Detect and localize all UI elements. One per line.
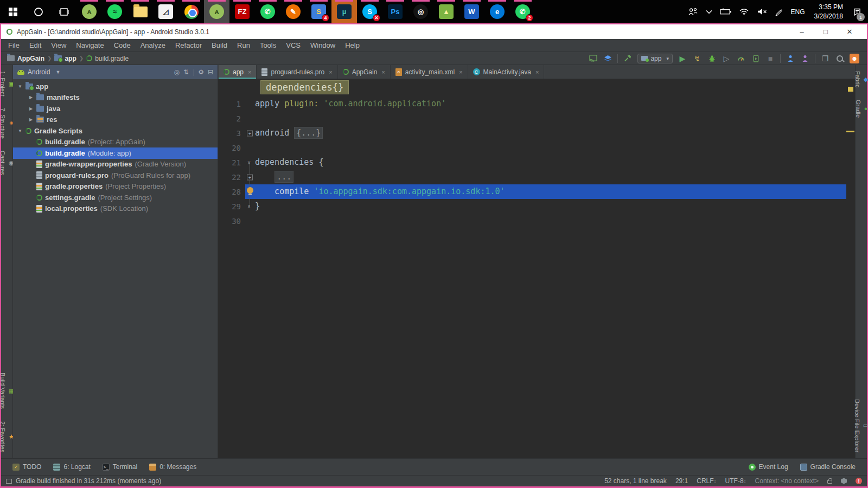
menu-build[interactable]: Build <box>207 41 232 49</box>
menu-vcs[interactable]: VCS <box>281 41 305 49</box>
tree-row-manifests[interactable]: ▶manifests <box>13 92 218 104</box>
maximize-button[interactable]: □ <box>814 24 838 39</box>
tab-appgain[interactable]: AppGain× <box>338 65 391 79</box>
filezilla-icon[interactable]: FZ <box>229 0 255 23</box>
run-configuration-select[interactable]: app▾ <box>637 54 673 63</box>
project-view-selector[interactable]: Android <box>28 68 50 76</box>
tab-close-icon[interactable]: × <box>381 69 385 75</box>
tool-window-button-6-logcat[interactable]: 6: Logcat <box>47 463 96 471</box>
chevron-expanded-icon[interactable]: ▼ <box>17 84 23 89</box>
code-line-28[interactable]: 28 compile 'io.appgain.sdk:com.appgain.i… <box>218 184 846 199</box>
run-coverage-icon[interactable]: ▷ <box>722 54 731 63</box>
minimize-button[interactable]: – <box>790 24 814 39</box>
chevron-collapsed-icon[interactable]: ▶ <box>28 117 34 122</box>
tab-proguard-rules-pro[interactable]: proguard-rules.pro× <box>257 65 337 79</box>
whatsapp-badge-icon[interactable]: ✆2 <box>510 0 535 23</box>
editor-body[interactable]: dependencies{} 1apply plugin: 'com.andro… <box>218 79 855 458</box>
tool-stripe-1-project[interactable]: ▣1: Project <box>0 71 14 96</box>
debug-button-icon[interactable] <box>707 54 717 63</box>
menu-tools[interactable]: Tools <box>255 41 281 49</box>
error-indicator-icon[interactable]: ! <box>856 478 862 484</box>
menu-window[interactable]: Window <box>305 41 340 49</box>
tool-window-button-0-messages[interactable]: 0: Messages <box>143 463 202 471</box>
chrome-icon[interactable] <box>178 0 204 23</box>
warning-stripe-mark[interactable] <box>848 87 853 92</box>
fold-end-icon[interactable]: ∧ <box>247 204 251 209</box>
recorder-app-icon[interactable]: ◎ <box>408 0 433 23</box>
code-line-30[interactable]: 30 <box>218 214 846 228</box>
breadcrumb-app[interactable]: app <box>53 55 78 62</box>
warning-stripe-mark[interactable] <box>846 131 854 132</box>
tree-row-proguard-rules-pro[interactable]: proguard-rules.pro(ProGuard Rules for ap… <box>13 170 218 181</box>
context-widget[interactable]: Context: <no context> <box>755 477 819 485</box>
tool-window-button-todo[interactable]: ✓TODO <box>7 463 47 471</box>
tool-stripe-build-variants[interactable]: ▦Build Variants <box>0 373 14 409</box>
menu-navigate[interactable]: Navigate <box>71 41 108 49</box>
action-center-icon[interactable]: 1 <box>848 0 868 23</box>
tool-window-button-event-log[interactable]: Event Log <box>743 463 794 471</box>
chevron-collapsed-icon[interactable]: ▶ <box>28 95 34 100</box>
android-studio-icon[interactable]: ᴀ <box>76 0 102 23</box>
photoshop-icon[interactable]: Ps <box>382 0 408 23</box>
menu-edit[interactable]: Edit <box>24 41 46 49</box>
stop-button[interactable]: ■ <box>765 54 775 63</box>
line-ending-selector[interactable]: CRLF↕ <box>697 477 716 485</box>
menu-help[interactable]: Help <box>340 41 365 49</box>
mail-app-badge-icon[interactable]: S4 <box>306 0 331 23</box>
file-explorer-icon[interactable] <box>127 0 153 23</box>
tree-row-settings-gradle[interactable]: settings.gradle(Project Settings) <box>13 192 218 203</box>
intention-bulb-icon[interactable] <box>247 187 253 194</box>
menu-file[interactable]: File <box>3 41 24 49</box>
word-icon[interactable]: W <box>459 0 484 23</box>
utorrent-flashing-icon[interactable]: µ <box>331 0 357 23</box>
tab-close-icon[interactable]: × <box>535 69 539 75</box>
menu-view[interactable]: View <box>46 41 71 49</box>
tree-row-build-gradle[interactable]: build.gradle(Module: app) <box>13 147 218 159</box>
menu-analyze[interactable]: Analyze <box>136 41 170 49</box>
instant-run-icon[interactable]: ↯ <box>692 54 702 63</box>
search-everywhere-icon[interactable] <box>835 54 845 63</box>
code-line-20[interactable]: 20 <box>218 140 846 155</box>
task-view-button[interactable] <box>51 0 76 23</box>
hide-panel-icon[interactable]: ⊟ <box>208 68 213 76</box>
locate-file-icon[interactable]: ◎ <box>174 68 180 76</box>
tool-stripe-7-structure[interactable]: ✷7: Structure <box>0 108 14 139</box>
people-icon[interactable] <box>684 0 702 23</box>
attach-profiler-icon[interactable] <box>800 54 810 63</box>
code-line-3[interactable]: 3+android {...} <box>218 126 846 140</box>
breadcrumb-appgain[interactable]: AppGain <box>5 55 46 62</box>
wifi-icon[interactable] <box>735 0 753 23</box>
photos-app-icon[interactable]: ▲ <box>433 0 459 23</box>
gradle-daemon-icon[interactable] <box>841 478 847 484</box>
code-line-22[interactable]: 22+ ... <box>218 170 846 184</box>
code-line-1[interactable]: 1apply plugin: 'com.android.application' <box>218 97 846 111</box>
cortana-button[interactable] <box>25 0 51 23</box>
tool-window-button-terminal[interactable]: >_Terminal <box>97 463 143 471</box>
tree-row-app[interactable]: ▼app <box>13 81 218 92</box>
tree-row-gradle-properties[interactable]: gradle.properties(Project Properties) <box>13 181 218 192</box>
chevron-expanded-icon[interactable]: ▼ <box>17 129 23 133</box>
build-hammer-icon[interactable] <box>623 54 633 63</box>
code-line-29[interactable]: 29∧} <box>218 199 846 214</box>
language-indicator[interactable]: ENG <box>787 0 809 23</box>
fold-collapsed-icon[interactable]: + <box>247 174 253 180</box>
chevron-down-icon[interactable]: ▼ <box>55 69 60 75</box>
spotify-icon[interactable]: ≈ <box>102 0 127 23</box>
settings-gear-icon[interactable]: ⚙ <box>198 68 204 76</box>
tool-stripe-device-file-explorer[interactable]: ▭Device File Explorer <box>854 399 868 452</box>
encoding-selector[interactable]: UTF-8↕ <box>725 477 746 485</box>
tab-mainactivity-java[interactable]: CMainActivity.java× <box>468 65 545 79</box>
code-line-21[interactable]: 21∨dependencies { <box>218 155 846 170</box>
tree-row-gradle-scripts[interactable]: ▼Gradle Scripts <box>13 125 218 137</box>
chevron-icon[interactable] <box>702 0 716 23</box>
tool-stripe-fabric[interactable]: ◆Fabric <box>854 71 868 88</box>
run-button[interactable]: ▶ <box>678 54 687 63</box>
tool-window-button-gradle-console[interactable]: Gradle Console <box>794 463 861 471</box>
tree-row-gradle-wrapper-properties[interactable]: gradle-wrapper.properties(Gradle Version… <box>13 159 218 170</box>
tab-close-icon[interactable]: × <box>459 69 462 75</box>
tab-close-icon[interactable]: × <box>329 69 332 75</box>
tree-row-res[interactable]: ▶res <box>13 114 218 126</box>
fold-collapsed-icon[interactable]: + <box>247 130 253 136</box>
code-line-2[interactable]: 2 <box>218 111 846 126</box>
tab-app[interactable]: app× <box>219 65 257 79</box>
